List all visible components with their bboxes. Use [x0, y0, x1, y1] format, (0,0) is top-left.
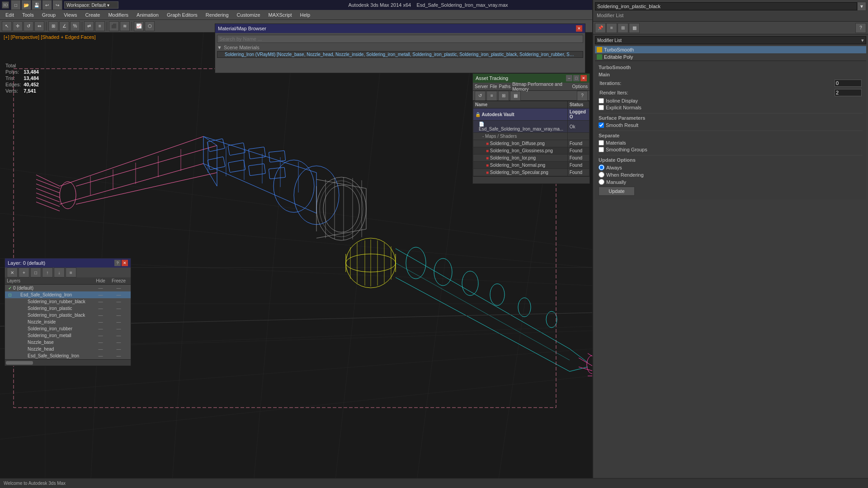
- asset-tracking-close[interactable]: ✕: [580, 75, 587, 81]
- percent-snap-btn[interactable]: %: [70, 21, 80, 31]
- asset-ior-row[interactable]: ■ Soldering_Iron_Ior.png Found: [473, 155, 590, 162]
- icon-help[interactable]: ?: [855, 23, 866, 33]
- layers-close[interactable]: ✕: [122, 260, 128, 266]
- layers-down-btn[interactable]: ↓: [54, 267, 65, 277]
- menu-create[interactable]: Create: [81, 11, 104, 19]
- tb-new[interactable]: □: [11, 0, 21, 10]
- menu-animation[interactable]: Animation: [133, 11, 162, 19]
- always-radio[interactable]: [599, 164, 604, 170]
- layer-nozzle-base[interactable]: Nozzle_base — —: [5, 339, 131, 346]
- menu-maxscript[interactable]: MAXScript: [265, 11, 296, 19]
- tb-open[interactable]: 📂: [21, 0, 31, 10]
- layer-plastic[interactable]: Soldering_iron_plastic — —: [5, 305, 131, 312]
- stack-item-editable-poly[interactable]: Editable Poly: [595, 53, 866, 61]
- layers-add-btn[interactable]: +: [19, 267, 29, 277]
- snap-btn[interactable]: ⊞: [48, 21, 58, 31]
- layer-esd-safe[interactable]: □ Esd_Safe_Soldering_Iron — —: [5, 291, 131, 298]
- schematic-btn[interactable]: ⬡: [145, 21, 155, 31]
- asset-refresh-btn[interactable]: ↺: [475, 91, 486, 101]
- menu-help[interactable]: Help: [297, 11, 314, 19]
- manually-radio[interactable]: [599, 179, 604, 185]
- material-browser-titlebar[interactable]: Material/Map Browser ✕: [215, 24, 585, 33]
- menu-group[interactable]: Group: [38, 11, 60, 19]
- modifier-dropdown[interactable]: Modifier List ▾: [595, 36, 866, 44]
- layers-delete-btn[interactable]: ✕: [7, 267, 18, 277]
- layers-name-header: Layers: [7, 278, 93, 283]
- materials-checkbox[interactable]: [599, 140, 604, 145]
- material-search-input[interactable]: [217, 35, 583, 43]
- asset-menu-options[interactable]: Options: [572, 84, 588, 89]
- explicit-checkbox[interactable]: [599, 105, 604, 110]
- layer-mgr-btn[interactable]: ⬛: [109, 21, 119, 31]
- layers-up-btn[interactable]: ↑: [42, 267, 53, 277]
- render-iters-input[interactable]: [835, 89, 862, 96]
- render-iters-row: Render Iters:: [599, 89, 863, 97]
- layer-plastic-black[interactable]: Soldering_iron_plastic_black — —: [5, 312, 131, 319]
- asset-tracking-min[interactable]: –: [566, 75, 572, 81]
- asset-list-btn[interactable]: ≡: [486, 91, 497, 101]
- icon-pin[interactable]: 📌: [595, 23, 606, 33]
- update-button[interactable]: Update: [599, 187, 635, 196]
- layer-rubber[interactable]: Soldering_iron_rubber — —: [5, 325, 131, 332]
- mirror-btn[interactable]: ⇌: [84, 21, 94, 31]
- tb-undo[interactable]: ↩: [42, 0, 52, 10]
- iterations-input[interactable]: [835, 80, 862, 87]
- smoothing-checkbox[interactable]: [599, 147, 604, 152]
- layers-scrollbar[interactable]: [5, 359, 131, 366]
- layer-nozzle-inside[interactable]: Nozzle_inside — —: [5, 319, 131, 325]
- asset-grid-btn[interactable]: ⊞: [498, 91, 509, 101]
- scene-materials-header[interactable]: ▼ Scene Materials: [217, 45, 583, 50]
- workspace-selector[interactable]: Workspace: Default ▾: [64, 1, 118, 9]
- menu-edit[interactable]: Edit: [2, 11, 18, 19]
- layer-metall[interactable]: Soldering_iron_metall — —: [5, 332, 131, 339]
- layer-rubber-black[interactable]: Soldering_iron_rubber_black — —: [5, 298, 131, 305]
- material-browser-close[interactable]: ✕: [576, 25, 582, 32]
- curve-editor-btn[interactable]: 📈: [134, 21, 144, 31]
- material-item[interactable]: Soldering_Iron (VRayMtl) [Nozzle_base, N…: [217, 51, 583, 58]
- menu-graph-editors[interactable]: Graph Editors: [163, 11, 201, 19]
- asset-gloss-row[interactable]: ■ Soldering_Iron_Glossiness.png Found: [473, 147, 590, 155]
- icon-list[interactable]: ≡: [606, 23, 617, 33]
- scale-btn[interactable]: ⇔: [34, 21, 44, 31]
- asset-menu-file[interactable]: File: [490, 84, 497, 89]
- layer-default[interactable]: ✓ 0 (default) — —: [5, 285, 131, 291]
- move-btn[interactable]: ✛: [13, 21, 23, 31]
- tb-save[interactable]: 💾: [32, 0, 42, 10]
- layer-esd-safe-2[interactable]: Esd_Safe_Soldering_Iron — —: [5, 352, 131, 359]
- asset-specular-row[interactable]: ■ Soldering_Iron_Specular.png Found: [473, 169, 590, 176]
- icon-large[interactable]: ▦: [629, 23, 640, 33]
- editable-poly-icon: [597, 54, 602, 60]
- menu-customize[interactable]: Customize: [233, 11, 264, 19]
- rotate-btn[interactable]: ↺: [24, 21, 33, 31]
- asset-normal-row[interactable]: ■ Soldering_Iron_Normal.png Found: [473, 162, 590, 169]
- asset-menu-paths[interactable]: Paths: [499, 84, 511, 89]
- angle-snap-btn[interactable]: ∠: [59, 21, 69, 31]
- asset-diffuse-row[interactable]: ■ Soldering_Iron_Diffuse.png Found: [473, 140, 590, 147]
- asset-type-btn[interactable]: ▦: [510, 91, 521, 101]
- select-btn[interactable]: ↖: [2, 21, 12, 31]
- asset-help-btn[interactable]: ?: [577, 91, 588, 101]
- smooth-checkbox[interactable]: [599, 122, 604, 128]
- layers-help[interactable]: ?: [114, 260, 121, 266]
- menu-tools[interactable]: Tools: [19, 11, 38, 19]
- asset-menu-server[interactable]: Server: [475, 84, 488, 89]
- isoline-checkbox[interactable]: [599, 98, 604, 103]
- stack-item-turbos[interactable]: TurboSmooth: [595, 46, 866, 53]
- asset-vault-row[interactable]: 🔒 Autodesk Vault Logged O: [473, 108, 590, 121]
- menu-rendering[interactable]: Rendering: [202, 11, 232, 19]
- layers-toolbar: ✕ + □ ↑ ↓ ≡: [5, 267, 131, 277]
- icon-grid[interactable]: ⊞: [618, 23, 628, 33]
- menu-views[interactable]: Views: [60, 11, 80, 19]
- asset-menu-bitmap[interactable]: Bitmap Performance and Memory: [512, 82, 570, 92]
- layers-settings-btn[interactable]: ≡: [66, 267, 76, 277]
- asset-tracking-max[interactable]: □: [573, 75, 580, 81]
- tb-redo[interactable]: ↪: [52, 0, 62, 10]
- menu-modifiers[interactable]: Modifiers: [104, 11, 132, 19]
- ribbon-btn[interactable]: ≋: [120, 21, 130, 31]
- asset-file-row[interactable]: 📄 Esd_Safe_Soldering_Iron_max_vray.ma...…: [473, 121, 590, 133]
- align-btn[interactable]: ≡: [95, 21, 105, 31]
- layer-nozzle-head[interactable]: Nozzle_head — —: [5, 346, 131, 352]
- when-rendering-radio[interactable]: [599, 172, 604, 178]
- modifier-list-arrow[interactable]: ▾: [857, 2, 866, 11]
- layers-select-btn[interactable]: □: [30, 267, 41, 277]
